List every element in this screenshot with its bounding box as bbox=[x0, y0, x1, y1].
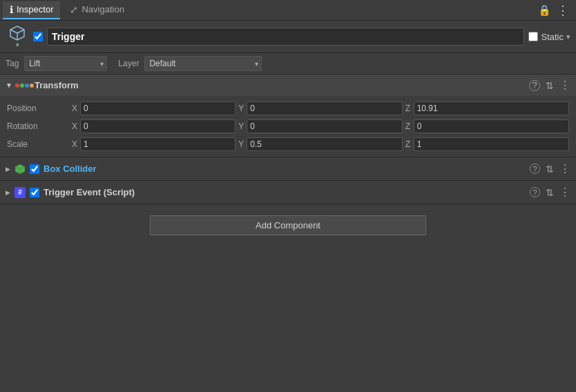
scale-row: Scale X Y Z bbox=[7, 137, 569, 151]
gameobject-icon[interactable]: ▾ bbox=[6, 25, 29, 48]
rotation-x-label: X bbox=[72, 121, 79, 131]
trigger-script-collapse-arrow: ▶ bbox=[6, 189, 10, 196]
trigger-script-left: ▶ # Trigger Event (Script) bbox=[6, 187, 526, 198]
static-label: Static bbox=[541, 32, 564, 42]
static-dropdown-arrow[interactable]: ▾ bbox=[566, 32, 570, 41]
position-y-label: Y bbox=[238, 104, 245, 113]
position-x-input[interactable] bbox=[80, 101, 236, 115]
transform-adjust-icon[interactable]: ⇅ bbox=[546, 80, 554, 91]
position-z-label: Z bbox=[405, 104, 412, 113]
layer-label: Layer bbox=[118, 59, 139, 68]
tab-inspector-label: Inspector bbox=[17, 4, 53, 14]
trigger-script-adjust-icon[interactable]: ⇅ bbox=[546, 187, 554, 198]
info-icon: ℹ bbox=[10, 4, 13, 15]
nav-icon: ⤢ bbox=[70, 4, 78, 15]
transform-header-actions: ? ⇅ ⋮ bbox=[529, 79, 570, 92]
trigger-script-checkbox[interactable] bbox=[30, 188, 39, 197]
tab-navigation-label: Navigation bbox=[81, 4, 124, 14]
scale-fields: X Y Z bbox=[72, 137, 569, 151]
tab-bar: ℹ Inspector ⤢ Navigation 🔒 ⋮ bbox=[0, 0, 576, 21]
tag-select[interactable]: Lift bbox=[24, 56, 107, 71]
tag-label: Tag bbox=[6, 59, 19, 68]
layer-select[interactable]: Default bbox=[144, 56, 262, 71]
add-component-area: Add Component bbox=[0, 204, 576, 246]
position-label: Position bbox=[7, 104, 69, 113]
gameobject-name-input[interactable] bbox=[47, 28, 524, 46]
position-z-input[interactable] bbox=[414, 101, 569, 115]
svg-line-2 bbox=[10, 30, 17, 33]
position-row: Position X Y Z bbox=[7, 101, 569, 115]
layer-select-wrap: Default bbox=[144, 56, 262, 71]
rotation-x-input[interactable] bbox=[80, 119, 236, 133]
position-fields: X Y Z bbox=[72, 101, 569, 115]
tab-bar-left: ℹ Inspector ⤢ Navigation bbox=[3, 1, 131, 19]
box-collider-help-icon[interactable]: ? bbox=[530, 164, 540, 174]
rotation-label: Rotation bbox=[7, 121, 69, 131]
box-collider-row[interactable]: ▶ Box Collider ? ⇅ ⋮ bbox=[0, 157, 576, 181]
scale-x-field: X bbox=[72, 137, 236, 151]
rotation-z-field: Z bbox=[405, 119, 569, 133]
box-collider-icon bbox=[15, 164, 26, 175]
transform-title: Transform bbox=[35, 80, 525, 90]
scale-z-label: Z bbox=[405, 139, 412, 149]
trigger-script-help-icon[interactable]: ? bbox=[530, 187, 540, 197]
position-z-field: Z bbox=[405, 101, 569, 115]
trigger-script-row[interactable]: ▶ # Trigger Event (Script) ? ⇅ ⋮ bbox=[0, 181, 576, 204]
position-x-field: X bbox=[72, 101, 236, 115]
scale-y-field: Y bbox=[238, 137, 402, 151]
static-area: Static ▾ bbox=[528, 32, 570, 42]
rotation-y-input[interactable] bbox=[247, 119, 402, 133]
tab-inspector[interactable]: ℹ Inspector bbox=[3, 1, 60, 19]
scale-y-input[interactable] bbox=[247, 137, 402, 151]
trigger-script-actions: ? ⇅ ⋮ bbox=[530, 186, 570, 199]
position-x-label: X bbox=[72, 104, 79, 113]
position-y-field: Y bbox=[238, 101, 402, 115]
transform-menu-icon[interactable]: ⋮ bbox=[559, 79, 570, 92]
trigger-script-title: Trigger Event (Script) bbox=[44, 187, 135, 197]
more-options-icon[interactable]: ⋮ bbox=[557, 4, 569, 17]
scale-x-label: X bbox=[72, 139, 79, 149]
transform-header[interactable]: ▼ Transform ? ⇅ ⋮ bbox=[0, 75, 576, 96]
lock-icon[interactable]: 🔒 bbox=[538, 5, 551, 15]
transform-icon bbox=[18, 79, 30, 92]
scale-label: Scale bbox=[7, 139, 69, 149]
box-collider-adjust-icon[interactable]: ⇅ bbox=[546, 164, 554, 175]
box-collider-actions: ? ⇅ ⋮ bbox=[530, 162, 570, 175]
scale-y-label: Y bbox=[238, 139, 245, 149]
tab-bar-right: 🔒 ⋮ bbox=[538, 4, 573, 17]
rotation-y-label: Y bbox=[238, 121, 245, 131]
tag-layer-row: Tag Lift Layer Default bbox=[0, 53, 576, 75]
gameobject-active-checkbox[interactable] bbox=[33, 32, 43, 41]
box-collider-title: Box Collider bbox=[44, 164, 97, 174]
rotation-fields: X Y Z bbox=[72, 119, 569, 133]
gameobject-header-inner bbox=[33, 28, 524, 46]
rotation-y-field: Y bbox=[238, 119, 402, 133]
position-y-input[interactable] bbox=[247, 101, 402, 115]
transform-collapse-arrow: ▼ bbox=[6, 81, 14, 89]
transform-section: ▼ Transform ? ⇅ ⋮ Position X bbox=[0, 75, 576, 157]
add-component-button[interactable]: Add Component bbox=[150, 215, 426, 235]
scale-z-input[interactable] bbox=[414, 137, 569, 151]
transform-help-icon[interactable]: ? bbox=[529, 80, 540, 91]
rotation-row: Rotation X Y Z bbox=[7, 119, 569, 133]
trigger-script-menu-icon[interactable]: ⋮ bbox=[559, 186, 570, 199]
box-collider-left: ▶ Box Collider bbox=[6, 164, 526, 175]
rotation-z-label: Z bbox=[405, 121, 412, 131]
tag-select-wrap: Lift bbox=[24, 56, 107, 71]
gameobject-header: ▾ Static ▾ bbox=[0, 21, 576, 53]
box-collider-menu-icon[interactable]: ⋮ bbox=[559, 162, 570, 175]
trigger-script-icon: # bbox=[15, 187, 26, 198]
scale-x-input[interactable] bbox=[80, 137, 236, 151]
static-checkbox[interactable] bbox=[528, 32, 538, 41]
box-collider-checkbox[interactable] bbox=[30, 164, 39, 174]
rotation-x-field: X bbox=[72, 119, 236, 133]
rotation-z-input[interactable] bbox=[414, 119, 569, 133]
tab-navigation[interactable]: ⤢ Navigation bbox=[63, 1, 131, 19]
transform-body: Position X Y Z Rotation bbox=[0, 96, 576, 157]
box-collider-collapse-arrow: ▶ bbox=[6, 166, 10, 173]
svg-line-3 bbox=[17, 30, 24, 33]
scale-z-field: Z bbox=[405, 137, 569, 151]
